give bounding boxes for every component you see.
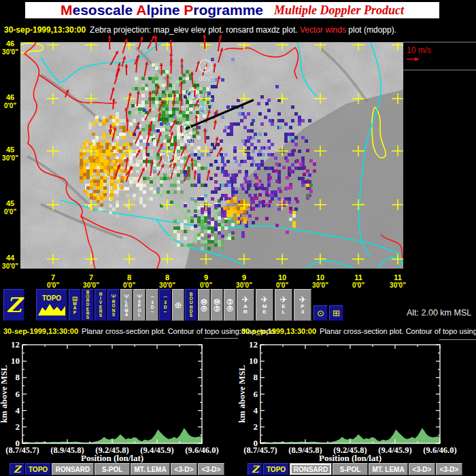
toolbar-button-label: RIVERS (99, 292, 103, 318)
panel1-button-z[interactable]: Z (248, 463, 262, 475)
panel0-button-z[interactable]: Z (10, 463, 24, 475)
toolbar-button-borders[interactable]: BORDERS (82, 289, 94, 321)
x-tick-label: (9.4/45.9) (378, 445, 411, 455)
toolbar-button-plane-me[interactable]: ✈ME (256, 289, 273, 321)
svg-text:0'0": 0'0" (4, 102, 17, 109)
lat-axis-label: 45 (6, 199, 14, 207)
x-axis-title: Position (lon/lat) (319, 453, 381, 463)
svg-text:30'0": 30'0" (83, 282, 99, 289)
lat-axis-label: 45 (6, 146, 14, 154)
panel1-button-ronsard[interactable]: RONSARD (290, 463, 332, 475)
globe-icon: ⊕ (175, 301, 182, 310)
y-tick-label: 12 (11, 339, 20, 350)
x-tick-label: (9.6/46.0) (185, 445, 218, 455)
target-icon: ⊙ (317, 309, 324, 318)
x-tick-label: (8.9/45.8) (288, 445, 322, 455)
toolbar-button-3d-b[interactable]: ⌒3D⌣ (159, 289, 171, 321)
lon-axis-label: 7 (89, 273, 93, 282)
lat-axis-label: 44 (6, 254, 15, 262)
panel1-button-topo[interactable]: TOPO (263, 463, 289, 475)
window-border-line (439, 339, 476, 340)
panel-header: 30-sep-1999,13:30:00Planar cross-section… (3, 327, 277, 335)
panel1-button-3d-2[interactable]: <3-D> (436, 463, 462, 475)
lat-axis-label: 46 (6, 93, 14, 101)
svg-text:30'0": 30'0" (390, 282, 406, 289)
panel-timestamp: 30-sep-1999,13:30:00 (3, 327, 78, 335)
lon-axis-label: 8 (127, 273, 131, 282)
toolbar-button-map[interactable]: ▤MAP (69, 289, 81, 321)
station-label-mt_lema: mt_lema (180, 103, 209, 112)
map-plot[interactable]: dovamt_lemaspolronsard4630'0"460'0"4530'… (0, 0, 476, 289)
toolbar-button-topo[interactable]: TOPO (36, 289, 67, 321)
altitude-readout: Alt: 2.00 km MSL (407, 308, 471, 318)
svg-text:30'0": 30'0" (2, 154, 18, 162)
svg-text:0'0": 0'0" (47, 282, 60, 289)
zebra-logo-icon: Z (252, 464, 258, 474)
toolbar-button-grid[interactable]: ⊞ (329, 305, 343, 321)
svg-text:0'0": 0'0" (276, 282, 289, 289)
toolbar-button-bounds[interactable]: BOUNDS (185, 289, 197, 321)
toolbar-button-label: AR (243, 304, 248, 315)
circled-letters-icon: ⓂⓇ (201, 299, 207, 312)
lon-axis-label: 9 (204, 273, 208, 282)
toolbar-button-target[interactable]: ⊙ (313, 305, 328, 321)
station-label-spol: spol (180, 137, 193, 146)
panel-header: 30-sep-1999,13:30:00Planar cross-section… (241, 327, 476, 335)
toolbar-button-lema[interactable]: ΨLEMA (120, 289, 133, 321)
x-tick-label: (9.6/46.0) (423, 445, 456, 455)
x-tick-label: (8.9/45.8) (50, 445, 84, 455)
toolbar-button-zebra-logo[interactable]: Z (3, 289, 24, 321)
toolbar-button-label: P3 (301, 304, 304, 315)
toolbar-button-label: BOUNDS (189, 292, 192, 318)
toolbar-button-mr[interactable]: ⓂⓇ (198, 289, 210, 321)
svg-text:0'0": 0'0" (123, 282, 136, 289)
panel1-button-s-pol[interactable]: S-POL (333, 463, 368, 475)
station-label-ronsard: ronsard (157, 166, 182, 174)
toolbar-button-sr[interactable]: ⓈⓇ (224, 289, 236, 321)
toolbar-button-label: RONS (112, 300, 115, 317)
wind-legend-label: 10 m/s (407, 46, 431, 55)
topo-button-label: TOPO (42, 294, 61, 302)
toolbar-button-label: ⌒3D⌣ (150, 296, 155, 313)
panel1-button-mt-lema[interactable]: MT. LEMA (369, 463, 408, 475)
station-label-dova: dova (199, 74, 216, 82)
toolbar-button-3d-a[interactable]: ⌒3D⌣ (146, 289, 158, 321)
toolbar-button-label: MAP (73, 302, 76, 315)
toolbar-button-ms[interactable]: ⓂⓈ (211, 289, 223, 321)
toolbar-button-rons[interactable]: ΨRONS (107, 289, 120, 321)
y-tick-label: 10 (11, 356, 20, 366)
toolbar-button-spol[interactable]: ΨSPOL (133, 289, 146, 321)
panel1-button-3d-1[interactable]: <3-D> (409, 463, 435, 475)
toolbar-button-rivers[interactable]: RIVERS (95, 289, 107, 321)
panel0-button-s-pol[interactable]: S-POL (95, 463, 130, 475)
panel0-button-3d-2[interactable]: <3-D> (198, 463, 224, 475)
y-tick-label: 12 (249, 339, 258, 350)
zebra-logo-icon: Z (14, 464, 20, 474)
y-tick-label: 8 (16, 372, 20, 382)
toolbar-button-label: LEMA (124, 300, 128, 317)
cross-section-plot[interactable]: 024681012(8.7/45.7)(8.9/45.8)(9.2/45.8)(… (238, 337, 476, 463)
zebra-logo-icon: Z (7, 295, 22, 316)
svg-text:0'0": 0'0" (200, 282, 213, 289)
x-axis-title: Position (lon/lat) (81, 453, 143, 463)
lon-axis-label: 11 (394, 273, 402, 282)
y-tick-label: 8 (254, 372, 258, 382)
panel0-button-topo[interactable]: TOPO (25, 463, 51, 475)
toolbar-button-globe[interactable]: ⊕ (172, 289, 184, 321)
panel0-button-mt-lema[interactable]: MT. LEMA (131, 463, 170, 475)
toolbar-button-plane-el[interactable]: ✈EL (275, 289, 292, 321)
toolbar-button-plane-ar[interactable]: ✈AR (237, 289, 254, 321)
cross-section-plot[interactable]: 024681012(8.7/45.7)(8.9/45.8)(9.2/45.8)(… (0, 337, 238, 463)
circled-letters-icon: ⓂⓈ (214, 299, 220, 312)
toolbar-button-plane-p3[interactable]: ✈P3 (294, 289, 311, 321)
panel0-button-3d-1[interactable]: <3-D> (171, 463, 197, 475)
toolbar-button-label: ⌒3D⌣ (163, 296, 168, 313)
svg-text:30'0": 30'0" (312, 282, 328, 289)
lon-axis-label: 9 (242, 273, 246, 282)
y-tick-label: 10 (249, 356, 258, 366)
toolbar-button-label: ME (262, 304, 267, 315)
svg-text:30'0": 30'0" (159, 282, 175, 289)
y-axis-title: km above MSL (0, 365, 9, 424)
lon-axis-label: 7 (51, 273, 55, 282)
panel0-button-ronsard[interactable]: RONSARD (52, 463, 94, 475)
